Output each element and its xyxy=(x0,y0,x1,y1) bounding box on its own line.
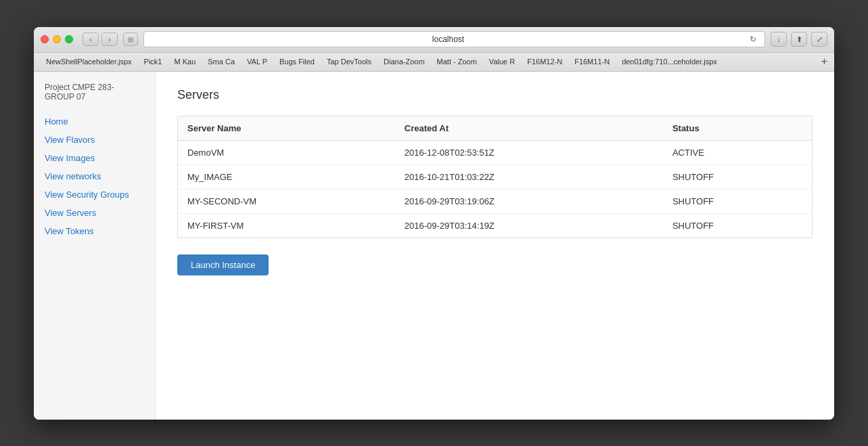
cell-created-2: 2016-09-29T03:19:06Z xyxy=(395,189,663,213)
cell-status-3: SHUTOFF xyxy=(663,213,813,238)
sidebar-item-view-flavors[interactable]: View Flavors xyxy=(34,131,155,149)
project-title: Project CMPE 283- GROUP 07 xyxy=(34,83,155,112)
cell-status-1: SHUTOFF xyxy=(663,164,813,189)
cell-name-2: MY-SECOND-VM xyxy=(178,189,395,213)
window-view-button[interactable]: ⊟ xyxy=(123,32,138,46)
cell-status-0: ACTIVE xyxy=(663,140,813,164)
add-bookmark-button[interactable]: + xyxy=(821,55,827,68)
traffic-lights xyxy=(41,35,73,43)
toolbar-right: ↓ ⬆ ⤢ xyxy=(771,32,827,47)
reload-button[interactable]: ↻ xyxy=(747,33,759,45)
sidebar-item-view-servers[interactable]: View Servers xyxy=(34,204,155,222)
bookmark-10[interactable]: F16M12-N xyxy=(522,56,568,67)
cell-name-1: My_IMAGE xyxy=(178,164,395,189)
bookmark-12[interactable]: den01dfg:710...ceholder.jspx xyxy=(616,56,723,67)
bookmark-5[interactable]: Bugs Filed xyxy=(274,56,320,67)
cell-name-0: DemoVM xyxy=(178,140,395,164)
bookmark-4[interactable]: VAL P xyxy=(242,56,273,67)
sidebar-item-home[interactable]: Home xyxy=(34,112,155,131)
nav-buttons: ‹ › xyxy=(83,32,118,46)
url-text: localhost xyxy=(150,35,747,44)
bookmarks-bar: NewShellPlaceholder.jspx Pick1 M Kau Sma… xyxy=(34,53,834,72)
cell-status-2: SHUTOFF xyxy=(663,189,813,213)
table-body: DemoVM 2016-12-08T02:53:51Z ACTIVE My_IM… xyxy=(178,140,813,238)
title-bar: ‹ › ⊟ localhost ↻ ↓ ⬆ ⤢ xyxy=(34,27,834,53)
sidebar-item-view-tokens[interactable]: View Tokens xyxy=(34,222,155,240)
page-content: Project CMPE 283- GROUP 07 Home View Fla… xyxy=(34,72,834,420)
share-button[interactable]: ⬆ xyxy=(791,32,807,47)
fullscreen-button[interactable]: ⤢ xyxy=(811,32,827,47)
browser-window: ‹ › ⊟ localhost ↻ ↓ ⬆ ⤢ NewShellPlacehol… xyxy=(34,27,834,420)
table-row: DemoVM 2016-12-08T02:53:51Z ACTIVE xyxy=(178,140,813,164)
cell-created-3: 2016-09-29T03:14:19Z xyxy=(395,213,663,238)
col-header-created-at: Created At xyxy=(395,116,663,140)
table-header: Server Name Created At Status xyxy=(178,116,813,140)
launch-instance-button[interactable]: Launch Instance xyxy=(177,254,269,275)
cell-created-1: 2016-10-21T01:03:22Z xyxy=(395,164,663,189)
col-header-name: Server Name xyxy=(178,116,395,140)
bookmark-1[interactable]: Pick1 xyxy=(139,56,168,67)
bookmark-0[interactable]: NewShellPlaceholder.jspx xyxy=(41,56,137,67)
bookmark-6[interactable]: Tap DevTools xyxy=(321,56,377,67)
back-button[interactable]: ‹ xyxy=(83,32,99,46)
bookmark-3[interactable]: Sma Ca xyxy=(202,56,240,67)
forward-button[interactable]: › xyxy=(101,32,118,46)
col-header-status: Status xyxy=(663,116,813,140)
bookmark-11[interactable]: F16M11-N xyxy=(569,56,615,67)
servers-table: Server Name Created At Status DemoVM 201… xyxy=(177,116,813,238)
sidebar-item-view-images[interactable]: View Images xyxy=(34,149,155,167)
table-row: MY-FIRST-VM 2016-09-29T03:14:19Z SHUTOFF xyxy=(178,213,813,238)
sidebar-item-view-security-groups[interactable]: View Security Groups xyxy=(34,185,155,204)
url-bar[interactable]: localhost ↻ xyxy=(143,31,765,47)
sidebar-item-view-networks[interactable]: View networks xyxy=(34,167,155,185)
bookmark-8[interactable]: Matt - Zoom xyxy=(432,56,482,67)
bookmark-2[interactable]: M Kau xyxy=(168,56,201,67)
minimize-button[interactable] xyxy=(53,35,61,43)
close-button[interactable] xyxy=(41,35,49,43)
page-heading: Servers xyxy=(177,88,813,102)
table-row: My_IMAGE 2016-10-21T01:03:22Z SHUTOFF xyxy=(178,164,813,189)
bookmark-9[interactable]: Value R xyxy=(484,56,520,67)
bookmark-7[interactable]: Diana-Zoom xyxy=(378,56,430,67)
table-row: MY-SECOND-VM 2016-09-29T03:19:06Z SHUTOF… xyxy=(178,189,813,213)
table-header-row: Server Name Created At Status xyxy=(178,116,813,140)
download-button[interactable]: ↓ xyxy=(771,32,787,47)
sidebar-nav: Home View Flavors View Images View netwo… xyxy=(34,112,155,240)
cell-created-0: 2016-12-08T02:53:51Z xyxy=(395,140,663,164)
maximize-button[interactable] xyxy=(65,35,73,43)
sidebar: Project CMPE 283- GROUP 07 Home View Fla… xyxy=(34,72,156,420)
cell-name-3: MY-FIRST-VM xyxy=(178,213,395,238)
main-area: Servers Server Name Created At Status De… xyxy=(156,72,834,420)
